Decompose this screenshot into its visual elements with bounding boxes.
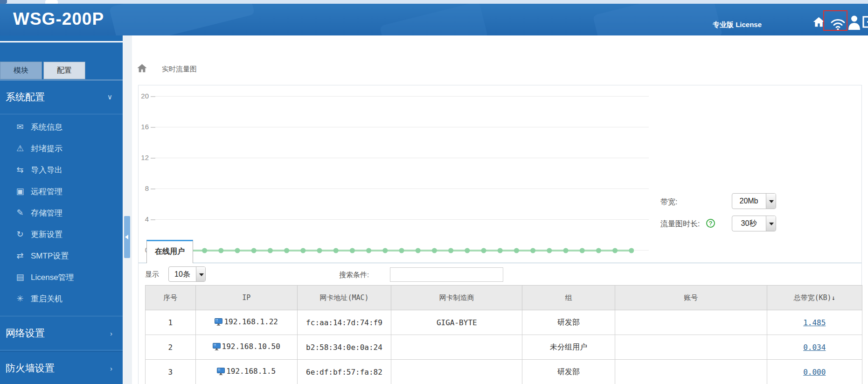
chart-ytick-label: 12 [139, 154, 149, 161]
sidebar-item-8[interactable]: ▤License管理 [0, 266, 123, 288]
page-size-value: 10条 [169, 267, 196, 281]
wifi-highlight-box [823, 10, 847, 31]
sidebar-item-label: 存储管理 [31, 208, 62, 218]
sidebar-item-label: 系统信息 [31, 122, 62, 133]
sidebar-item-5[interactable]: ✎存储管理 [0, 202, 123, 223]
show-label: 显示 [145, 270, 159, 279]
cell-group: 研发部 [522, 310, 615, 335]
header-texture [109, 4, 255, 35]
sidebar-section-system-config[interactable]: 系统配置 ∨ [0, 80, 123, 114]
column-header[interactable]: 账号 [615, 286, 767, 310]
sidebar-section-network-settings[interactable]: 网络设置 › [0, 316, 123, 350]
column-header[interactable]: 组 [522, 286, 615, 310]
import-export-icon: ⇆ [13, 165, 27, 175]
duration-select-value: 30秒 [732, 216, 765, 231]
dropdown-arrow-icon[interactable] [766, 194, 776, 209]
help-icon[interactable]: ? [706, 219, 715, 228]
sidebar: 模块 配置 系统配置 ∨ ✉系统信息⚠封堵提示⇆导入导出▣远程管理✎存储管理↻更… [0, 35, 123, 384]
sidebar-item-6[interactable]: ↻更新设置 [0, 223, 123, 245]
cell-account [615, 360, 767, 384]
chart-tick [151, 96, 155, 97]
table-row: 1192.168.1.22fc:aa:14:7d:74:f9GIGA-BYTE研… [146, 310, 862, 335]
sidebar-item-label: 更新设置 [31, 229, 62, 240]
chart-tick [151, 189, 155, 189]
column-header[interactable]: 网卡制造商 [391, 286, 522, 310]
chevron-right-icon: › [110, 329, 112, 337]
sidebar-gutter [123, 35, 132, 384]
column-header[interactable]: IP [195, 286, 297, 310]
page-title: 实时流量图 [162, 65, 197, 74]
user-icon[interactable] [848, 15, 861, 32]
duration-label: 流量图时长: [660, 219, 700, 229]
sidebar-item-4[interactable]: ▣远程管理 [0, 181, 123, 202]
bandwidth-select[interactable]: 20Mb [732, 193, 776, 209]
chevron-right-icon: › [110, 364, 112, 372]
cell-account [615, 335, 767, 360]
section-label: 网络设置 [6, 327, 45, 340]
cell-no: 3 [146, 360, 196, 384]
chart-tick [151, 219, 155, 220]
cell-vendor [391, 335, 522, 360]
sidebar-item-7[interactable]: ⇄SMTP设置 [0, 245, 123, 266]
header-texture [380, 4, 488, 35]
traffic-line [153, 247, 634, 256]
sidebar-item-3[interactable]: ⇆导入导出 [0, 159, 123, 181]
sidebar-section-firewall-settings[interactable]: 防火墙设置 › [0, 351, 123, 384]
page-size-select[interactable]: 10条 [168, 266, 206, 282]
app-logo: WSG-200P [13, 9, 104, 29]
computer-icon [215, 318, 223, 326]
chart-gridline [151, 127, 649, 127]
sidebar-item-label: License管理 [31, 272, 74, 283]
sidebar-divider [0, 41, 123, 42]
chart-tick [151, 158, 155, 159]
chart-ytick-label: 20 [139, 92, 149, 100]
cell-group: 未分组用户 [522, 335, 615, 360]
cell-mac: 6e:df:bf:57:fa:82 [297, 360, 391, 384]
column-header[interactable]: 网卡地址(MAC) [297, 286, 391, 310]
table-row: 2192.168.10.50b2:58:34:0e:0a:24未分组用户0.03… [146, 335, 862, 360]
bandwidth-link[interactable]: 0.034 [803, 343, 826, 352]
chart-gridline [151, 219, 649, 220]
dropdown-arrow-icon[interactable] [196, 267, 205, 281]
cell-mac: fc:aa:14:7d:74:f9 [297, 310, 391, 335]
section-label: 系统配置 [6, 91, 45, 104]
browser-edge-tab [45, 0, 58, 4]
search-input[interactable] [390, 267, 503, 282]
sidebar-tab-modules[interactable]: 模块 [0, 62, 42, 79]
bandwidth-select-value: 20Mb [732, 194, 765, 209]
sidebar-item-label: 导入导出 [31, 165, 62, 175]
sidebar-tab-config[interactable]: 配置 [43, 62, 85, 79]
bandwidth-link[interactable]: 0.000 [803, 368, 826, 377]
sidebar-item-1[interactable]: ✉系统信息 [0, 116, 123, 138]
chart-tick [151, 127, 155, 128]
chevron-left-icon [125, 235, 128, 239]
dropdown-arrow-icon[interactable] [766, 216, 776, 231]
column-header[interactable]: 序号 [146, 286, 196, 310]
duration-select[interactable]: 30秒 [732, 216, 776, 231]
cell-account [615, 310, 767, 335]
chevron-down-icon: ∨ [107, 93, 112, 101]
cell-no: 2 [146, 335, 196, 360]
bandwidth-link[interactable]: 1.485 [803, 318, 826, 327]
breadcrumb-home-icon[interactable] [137, 63, 147, 75]
sidebar-item-label: 远程管理 [31, 186, 62, 197]
chart-ytick-label: 4 [139, 215, 149, 223]
cell-bandwidth: 1.485 [767, 310, 862, 335]
remote-icon: ▣ [13, 186, 27, 196]
column-header[interactable]: 总带宽(KB)↓ [767, 286, 862, 310]
app-header: WSG-200P 专业版 License [0, 4, 868, 35]
bandwidth-label: 带宽: [660, 197, 677, 207]
sidebar-item-label: 重启关机 [31, 293, 62, 304]
logout-icon[interactable] [862, 16, 868, 30]
sidebar-item-2[interactable]: ⚠封堵提示 [0, 138, 123, 159]
sidebar-collapse-handle[interactable] [124, 216, 130, 258]
cell-bandwidth: 0.034 [767, 335, 862, 360]
header-texture [593, 4, 723, 35]
online-users-table: 序号IP网卡地址(MAC)网卡制造商组账号总带宽(KB)↓ 1192.168.1… [145, 285, 862, 384]
wsg-200p-app: WSG-200P 专业版 License [0, 0, 868, 384]
tab-online-users[interactable]: 在线用户 [146, 240, 193, 263]
sidebar-item-9[interactable]: ✳重启关机 [0, 288, 123, 309]
chart-ytick-label: 8 [139, 184, 149, 192]
cell-bandwidth: 0.000 [767, 360, 862, 384]
cell-vendor: GIGA-BYTE [391, 310, 522, 335]
